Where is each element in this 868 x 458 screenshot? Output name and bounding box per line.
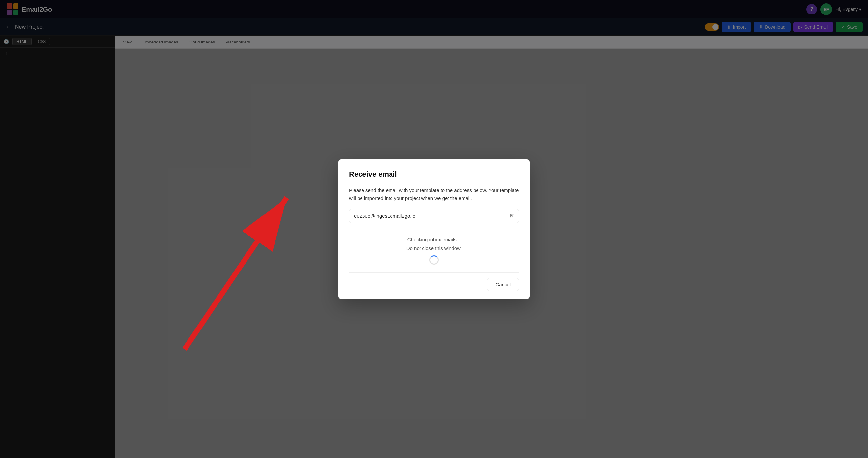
- checking-line-2: Do not close this window.: [349, 244, 519, 253]
- receive-email-modal: Receive email Please send the email with…: [338, 159, 530, 299]
- copy-email-button[interactable]: ⎘: [505, 209, 519, 223]
- modal-description: Please send the email with your template…: [349, 186, 519, 202]
- email-address-input[interactable]: [349, 209, 505, 223]
- modal-title: Receive email: [349, 170, 519, 179]
- modal-footer: Cancel: [349, 273, 519, 291]
- loading-spinner: [429, 255, 439, 265]
- email-input-wrap: ⎘: [349, 209, 519, 223]
- checking-line-1: Checking inbox emails...: [349, 235, 519, 244]
- cancel-button[interactable]: Cancel: [487, 278, 519, 291]
- checking-status: Checking inbox emails... Do not close th…: [349, 232, 519, 273]
- modal-overlay: Receive email Please send the email with…: [0, 0, 868, 458]
